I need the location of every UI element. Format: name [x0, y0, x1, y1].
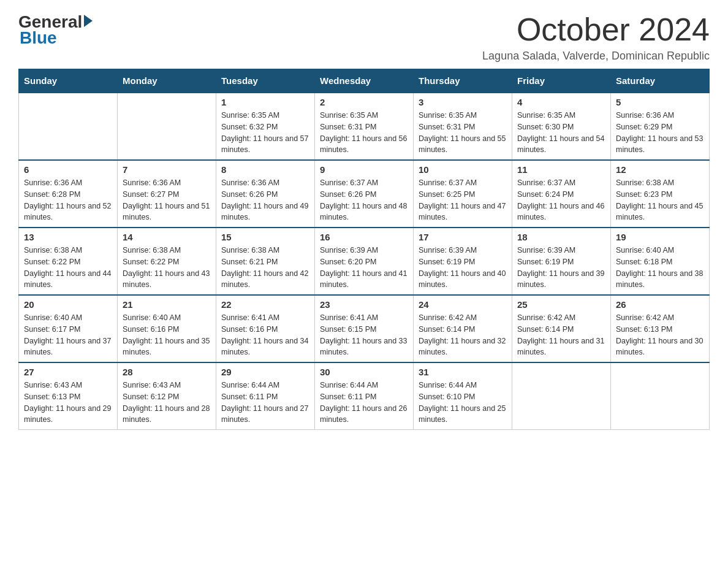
calendar-cell: 9Sunrise: 6:37 AMSunset: 6:26 PMDaylight…: [315, 160, 414, 228]
calendar-cell: 12Sunrise: 6:38 AMSunset: 6:23 PMDayligh…: [611, 160, 710, 228]
day-info: Sunrise: 6:41 AMSunset: 6:15 PMDaylight:…: [320, 312, 408, 358]
calendar-cell: 5Sunrise: 6:36 AMSunset: 6:29 PMDaylight…: [611, 93, 710, 160]
day-number: 2: [320, 97, 408, 107]
day-number: 17: [419, 232, 507, 242]
weekday-header-sunday: Sunday: [19, 69, 118, 93]
day-info: Sunrise: 6:40 AMSunset: 6:16 PMDaylight:…: [123, 312, 211, 358]
day-info: Sunrise: 6:39 AMSunset: 6:20 PMDaylight:…: [320, 245, 408, 291]
day-number: 21: [123, 299, 211, 310]
day-info: Sunrise: 6:37 AMSunset: 6:25 PMDaylight:…: [419, 177, 507, 223]
day-info: Sunrise: 6:38 AMSunset: 6:22 PMDaylight:…: [24, 245, 112, 291]
title-section: October 2024 Laguna Salada, Valverde, Do…: [482, 12, 710, 63]
day-info: Sunrise: 6:44 AMSunset: 6:11 PMDaylight:…: [221, 380, 309, 426]
calendar-cell: 6Sunrise: 6:36 AMSunset: 6:28 PMDaylight…: [19, 160, 118, 228]
day-number: 10: [419, 164, 507, 175]
day-info: Sunrise: 6:38 AMSunset: 6:21 PMDaylight:…: [221, 245, 309, 291]
calendar-cell: [19, 93, 118, 160]
day-number: 4: [517, 97, 605, 107]
day-number: 15: [221, 232, 309, 242]
day-number: 1: [221, 97, 309, 107]
calendar-cell: 3Sunrise: 6:35 AMSunset: 6:31 PMDaylight…: [414, 93, 512, 160]
weekday-header-row: SundayMondayTuesdayWednesdayThursdayFrid…: [19, 69, 710, 93]
week-row-4: 27Sunrise: 6:43 AMSunset: 6:13 PMDayligh…: [19, 362, 710, 430]
day-info: Sunrise: 6:38 AMSunset: 6:22 PMDaylight:…: [123, 245, 211, 291]
logo: General Blue: [18, 12, 93, 48]
day-info: Sunrise: 6:35 AMSunset: 6:32 PMDaylight:…: [221, 110, 309, 156]
calendar-cell: 19Sunrise: 6:40 AMSunset: 6:18 PMDayligh…: [611, 228, 710, 295]
calendar-cell: 2Sunrise: 6:35 AMSunset: 6:31 PMDaylight…: [315, 93, 414, 160]
calendar-cell: 20Sunrise: 6:40 AMSunset: 6:17 PMDayligh…: [19, 295, 118, 362]
weekday-header-wednesday: Wednesday: [315, 69, 414, 93]
day-info: Sunrise: 6:43 AMSunset: 6:13 PMDaylight:…: [24, 380, 112, 426]
calendar-cell: 23Sunrise: 6:41 AMSunset: 6:15 PMDayligh…: [315, 295, 414, 362]
weekday-header-saturday: Saturday: [611, 69, 710, 93]
weekday-header-monday: Monday: [118, 69, 216, 93]
day-number: 16: [320, 232, 408, 242]
calendar-cell: 16Sunrise: 6:39 AMSunset: 6:20 PMDayligh…: [315, 228, 414, 295]
day-info: Sunrise: 6:40 AMSunset: 6:17 PMDaylight:…: [24, 312, 112, 358]
day-number: 6: [24, 164, 112, 175]
calendar-cell: 15Sunrise: 6:38 AMSunset: 6:21 PMDayligh…: [216, 228, 315, 295]
day-number: 5: [616, 97, 704, 107]
calendar-cell: [118, 93, 216, 160]
weekday-header-tuesday: Tuesday: [216, 69, 315, 93]
day-info: Sunrise: 6:35 AMSunset: 6:31 PMDaylight:…: [419, 110, 507, 156]
day-number: 14: [123, 232, 211, 242]
day-number: 9: [320, 164, 408, 175]
day-number: 23: [320, 299, 408, 310]
calendar-cell: 21Sunrise: 6:40 AMSunset: 6:16 PMDayligh…: [118, 295, 216, 362]
calendar-cell: 10Sunrise: 6:37 AMSunset: 6:25 PMDayligh…: [414, 160, 512, 228]
day-number: 20: [24, 299, 112, 310]
calendar-cell: 31Sunrise: 6:44 AMSunset: 6:10 PMDayligh…: [414, 362, 512, 430]
day-info: Sunrise: 6:44 AMSunset: 6:10 PMDaylight:…: [419, 380, 507, 426]
calendar-cell: 29Sunrise: 6:44 AMSunset: 6:11 PMDayligh…: [216, 362, 315, 430]
day-info: Sunrise: 6:42 AMSunset: 6:13 PMDaylight:…: [616, 312, 704, 358]
week-row-1: 6Sunrise: 6:36 AMSunset: 6:28 PMDaylight…: [19, 160, 710, 228]
day-info: Sunrise: 6:36 AMSunset: 6:28 PMDaylight:…: [24, 177, 112, 223]
day-number: 11: [517, 164, 605, 175]
calendar-cell: 8Sunrise: 6:36 AMSunset: 6:26 PMDaylight…: [216, 160, 315, 228]
day-number: 25: [517, 299, 605, 310]
day-info: Sunrise: 6:36 AMSunset: 6:29 PMDaylight:…: [616, 110, 704, 156]
calendar-cell: 13Sunrise: 6:38 AMSunset: 6:22 PMDayligh…: [19, 228, 118, 295]
day-info: Sunrise: 6:37 AMSunset: 6:26 PMDaylight:…: [320, 177, 408, 223]
day-info: Sunrise: 6:35 AMSunset: 6:31 PMDaylight:…: [320, 110, 408, 156]
calendar-cell: 24Sunrise: 6:42 AMSunset: 6:14 PMDayligh…: [414, 295, 512, 362]
day-info: Sunrise: 6:39 AMSunset: 6:19 PMDaylight:…: [419, 245, 507, 291]
calendar-cell: 11Sunrise: 6:37 AMSunset: 6:24 PMDayligh…: [512, 160, 611, 228]
weekday-header-thursday: Thursday: [414, 69, 512, 93]
week-row-0: 1Sunrise: 6:35 AMSunset: 6:32 PMDaylight…: [19, 93, 710, 160]
calendar-cell: 27Sunrise: 6:43 AMSunset: 6:13 PMDayligh…: [19, 362, 118, 430]
calendar-cell: 30Sunrise: 6:44 AMSunset: 6:11 PMDayligh…: [315, 362, 414, 430]
day-number: 13: [24, 232, 112, 242]
calendar-cell: 4Sunrise: 6:35 AMSunset: 6:30 PMDaylight…: [512, 93, 611, 160]
day-number: 22: [221, 299, 309, 310]
day-number: 19: [616, 232, 704, 242]
day-number: 24: [419, 299, 507, 310]
day-number: 28: [123, 367, 211, 377]
day-number: 31: [419, 367, 507, 377]
day-info: Sunrise: 6:42 AMSunset: 6:14 PMDaylight:…: [517, 312, 605, 358]
calendar-cell: [611, 362, 710, 430]
day-number: 26: [616, 299, 704, 310]
calendar-cell: 14Sunrise: 6:38 AMSunset: 6:22 PMDayligh…: [118, 228, 216, 295]
week-row-3: 20Sunrise: 6:40 AMSunset: 6:17 PMDayligh…: [19, 295, 710, 362]
calendar-cell: [512, 362, 611, 430]
day-number: 8: [221, 164, 309, 175]
day-number: 12: [616, 164, 704, 175]
calendar-cell: 26Sunrise: 6:42 AMSunset: 6:13 PMDayligh…: [611, 295, 710, 362]
calendar-cell: 22Sunrise: 6:41 AMSunset: 6:16 PMDayligh…: [216, 295, 315, 362]
logo-triangle-icon: [84, 15, 93, 27]
day-info: Sunrise: 6:36 AMSunset: 6:26 PMDaylight:…: [221, 177, 309, 223]
day-number: 3: [419, 97, 507, 107]
day-number: 27: [24, 367, 112, 377]
week-row-2: 13Sunrise: 6:38 AMSunset: 6:22 PMDayligh…: [19, 228, 710, 295]
day-info: Sunrise: 6:42 AMSunset: 6:14 PMDaylight:…: [419, 312, 507, 358]
day-info: Sunrise: 6:41 AMSunset: 6:16 PMDaylight:…: [221, 312, 309, 358]
month-title: October 2024: [482, 12, 710, 47]
day-info: Sunrise: 6:37 AMSunset: 6:24 PMDaylight:…: [517, 177, 605, 223]
calendar-cell: 25Sunrise: 6:42 AMSunset: 6:14 PMDayligh…: [512, 295, 611, 362]
calendar-cell: 1Sunrise: 6:35 AMSunset: 6:32 PMDaylight…: [216, 93, 315, 160]
day-number: 29: [221, 367, 309, 377]
day-number: 18: [517, 232, 605, 242]
